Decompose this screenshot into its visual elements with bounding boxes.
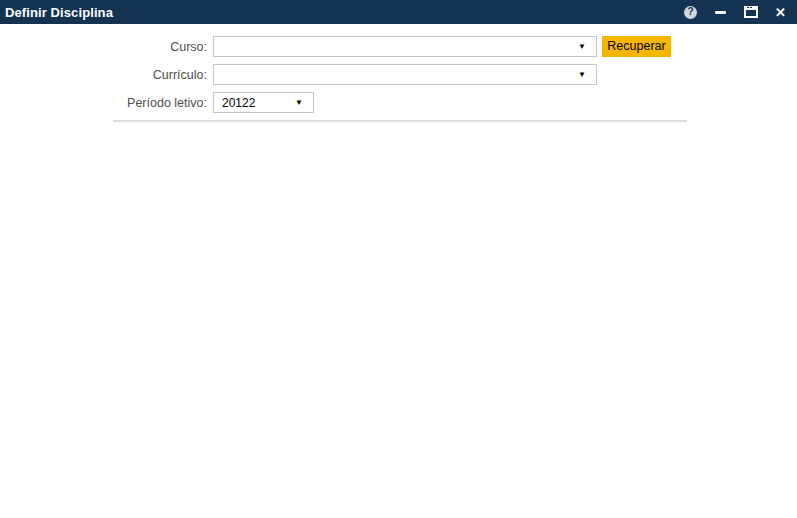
definir-disciplina-window: Definir Disciplina ? ✕ Curso: ▼ Recupera… (0, 0, 797, 518)
curso-label: Curso: (0, 40, 213, 54)
chevron-down-icon: ▼ (295, 99, 303, 107)
periodo-letivo-row: Período letivo: 20122 ▼ (0, 92, 797, 113)
form-area: Curso: ▼ Recuperar Currículo: ▼ Período … (0, 24, 797, 122)
recuperar-button[interactable]: Recuperar (602, 36, 671, 57)
window-title: Definir Disciplina (5, 5, 113, 20)
separator-line (113, 120, 687, 122)
curriculo-row: Currículo: ▼ (0, 64, 797, 85)
curriculo-select[interactable]: ▼ (213, 64, 597, 85)
window-controls: ? ✕ (683, 0, 788, 24)
close-button[interactable]: ✕ (773, 0, 788, 24)
maximize-icon (744, 6, 758, 18)
curso-row: Curso: ▼ Recuperar (0, 36, 797, 57)
help-icon: ? (684, 6, 697, 19)
minimize-icon (715, 11, 726, 14)
curriculo-label: Currículo: (0, 68, 213, 82)
minimize-button[interactable] (713, 0, 728, 24)
chevron-down-icon: ▼ (578, 71, 586, 79)
titlebar: Definir Disciplina ? ✕ (0, 0, 797, 24)
maximize-button[interactable] (743, 0, 758, 24)
curso-select[interactable]: ▼ (213, 36, 597, 57)
close-icon: ✕ (775, 6, 786, 19)
periodo-letivo-label: Período letivo: (0, 96, 213, 110)
periodo-letivo-select-value: 20122 (222, 96, 255, 110)
chevron-down-icon: ▼ (578, 43, 586, 51)
help-button[interactable]: ? (683, 0, 698, 24)
periodo-letivo-select[interactable]: 20122 ▼ (213, 92, 314, 113)
